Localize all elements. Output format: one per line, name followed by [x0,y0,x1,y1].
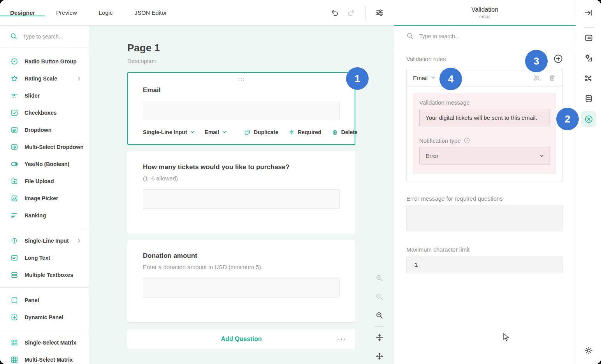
tab-designer-label: Designer [10,9,35,16]
toolbox-item-panel[interactable]: Panel [0,292,89,309]
toolbox-item-single-line-input[interactable]: Single-Line Input [0,232,89,249]
property-panel-subtitle: email [479,14,490,20]
drag-handle[interactable] [143,77,340,80]
zoom-out-icon [375,311,384,320]
rule-settings-panel: Validation message Notification type ? E… [413,93,556,174]
question-input[interactable] [143,101,340,120]
toolbox-item-file-upload[interactable]: File Upload [0,173,89,190]
collapse-panel-button[interactable] [583,8,594,18]
chevron-right-icon [77,76,81,81]
rating-scale-icon [11,75,18,82]
max-chars-input[interactable] [406,256,563,273]
redo-button[interactable] [346,7,357,18]
toolbox-item-multiple-textboxes[interactable]: Multiple Textboxes [0,266,89,284]
category-logic-button[interactable] [583,73,594,83]
survey-creator-window: Designer Preview Logic JSON Editor [0,0,601,364]
category-validation-button[interactable] [581,111,596,127]
notification-type-select[interactable]: Error [419,147,550,164]
tab-json-editor[interactable]: JSON Editor [123,9,177,16]
toolbox-search-input[interactable] [23,33,83,40]
add-question-label: Add Question [221,336,262,343]
more-icon[interactable]: ··· [337,334,347,343]
question-description[interactable]: (1–6 allowed) [143,175,340,182]
toolbox-item-multi-select-matrix[interactable]: Multi-Select Matrix [0,351,89,364]
undo-button[interactable] [329,7,340,18]
settings-button[interactable] [583,345,594,355]
top-bar: Designer Preview Logic JSON Editor [0,0,576,26]
tab-logic[interactable]: Logic [88,9,124,16]
toolbox-item-label: Multiple Textboxes [25,272,81,278]
question-card-email[interactable]: Email Single-Line Input Email [127,72,355,145]
validation-rules-label: Validation rules [406,56,446,62]
panel-icon [11,296,18,304]
notification-type-value: Error [425,152,438,159]
toolbox-item-rating-scale[interactable]: Rating Scale [0,70,89,87]
file-upload-icon [11,177,18,185]
move-icon [375,352,384,360]
edit-disabled-icon[interactable] [532,74,541,82]
toolbox-item-radio-button-group[interactable]: Radio Button Group [0,53,89,70]
delete-button[interactable]: Delete [332,129,358,136]
search-icon [10,33,18,40]
ranking-icon [11,212,18,219]
question-input[interactable] [143,278,340,298]
duplicate-button[interactable]: Duplicate [244,129,278,136]
delete-rule-icon[interactable] [548,74,556,82]
collapse-all-button[interactable] [375,333,384,342]
add-rule-icon[interactable] [554,54,563,63]
toolbox-item-dropdown[interactable]: Dropdown [0,121,89,138]
toolbox-item-label: Multi-Select Matrix [25,357,81,363]
svg-text:?: ? [466,139,468,143]
toolbox-item-single-select-matrix[interactable]: Single-Select Matrix [0,334,89,351]
zoom-out-button[interactable] [375,311,384,320]
required-error-textarea[interactable] [406,205,563,231]
toolbox-item-multi-select-dropdown[interactable]: Multi-Select Dropdown [0,138,89,156]
trash-icon [332,129,338,136]
tab-preview[interactable]: Preview [45,9,88,16]
category-design-button[interactable] [583,53,594,63]
add-question-bar[interactable]: Add Question ··· [127,329,355,349]
strip-divider [584,27,594,28]
page-description[interactable]: Description [127,57,394,65]
property-search-input[interactable] [419,33,563,39]
input-type-dropdown[interactable]: Email [205,129,227,135]
toolbox-item-long-text[interactable]: Long Text [0,249,89,266]
toolbox-item-boolean[interactable]: Yes/No (Boolean) [0,156,89,173]
toolbox-item-dynamic-panel[interactable]: Dynamic Panel [0,309,89,326]
toolbox-item-checkboxes[interactable]: Checkboxes [0,104,89,121]
question-title[interactable]: Donation amount [143,252,340,260]
validation-message-input[interactable] [419,109,550,126]
property-panel-title: Validation [471,6,498,14]
tab-designer[interactable]: Designer [0,9,45,16]
question-title[interactable]: How many tickets would you like to purch… [143,163,340,172]
toolbox-item-label: Single-Select Matrix [25,340,81,346]
undo-icon [330,9,339,17]
notification-type-label: Notification type [419,137,461,144]
toolbox-group-divider [0,330,89,330]
zoom-in-icon [375,274,384,282]
chevron-down-icon [431,76,435,79]
toolbox-item-image-picker[interactable]: Image Picker [0,190,89,207]
question-card-tickets[interactable]: How many tickets would you like to purch… [127,151,355,234]
question-input[interactable] [143,189,340,209]
question-card-donation[interactable]: Donation amount Enter a donation amount … [127,240,355,322]
category-general-button[interactable] [583,33,594,43]
zoom-in-button[interactable] [375,273,384,283]
toolbox-item-slider[interactable]: Slider [0,87,89,104]
settings-sliders-button[interactable] [374,7,385,18]
canvas-zoom-toolbar [375,273,384,364]
required-button[interactable]: Required [288,129,322,135]
question-type-dropdown[interactable]: Single-Line Input [143,129,195,135]
zoom-reset-button[interactable] [375,292,384,301]
toolbox-search[interactable] [0,26,89,47]
toolbox-item-ranking[interactable]: Ranking [0,207,89,224]
question-description[interactable]: Enter a donation amount in USD (minimum … [143,263,340,271]
rule-type-dropdown[interactable]: Email [413,75,435,81]
drag-mode-button[interactable] [375,352,384,361]
checkboxes-icon [11,109,18,117]
page-title[interactable]: Page 1 [127,42,394,54]
category-data-button[interactable] [583,93,594,103]
toolbar-divider [365,6,366,19]
question-title[interactable]: Email [143,86,340,94]
property-search[interactable] [394,26,576,47]
